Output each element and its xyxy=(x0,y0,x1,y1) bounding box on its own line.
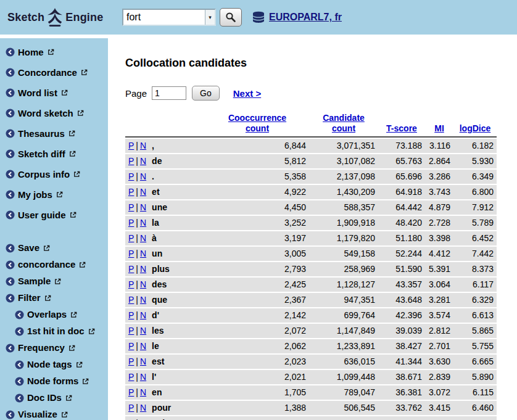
negative-filter-link[interactable]: N xyxy=(140,141,146,150)
sidebar-item-concordance[interactable]: concordance xyxy=(6,258,104,271)
chevron-down-icon[interactable]: ▾ xyxy=(205,10,215,25)
sidebar-item-visualize[interactable]: Visualize xyxy=(6,408,104,420)
sidebar-item-word-sketch[interactable]: Word sketch xyxy=(6,107,104,120)
positive-filter-link[interactable]: P xyxy=(128,279,134,289)
external-link-icon xyxy=(81,377,89,385)
corpus-link[interactable]: EUROPARL7, fr xyxy=(269,12,342,23)
page-title: Collocation candidates xyxy=(125,57,517,70)
mi-score: 3.574 xyxy=(425,308,453,323)
sketch-engine-logo[interactable]: Sketch Engine xyxy=(7,7,122,27)
sidebar-item-node-tags[interactable]: Node tags xyxy=(6,358,104,371)
sidebar-item-home[interactable]: Home xyxy=(6,46,104,59)
negative-filter-link[interactable]: N xyxy=(140,295,146,305)
collocate-column-header xyxy=(125,113,205,138)
positive-filter-link[interactable]: P xyxy=(128,264,134,274)
mi-score: 3.281 xyxy=(425,293,453,307)
positive-filter-link[interactable]: P xyxy=(128,249,134,258)
positive-filter-link[interactable]: P xyxy=(128,218,134,228)
positive-filter-link[interactable]: P xyxy=(128,387,134,397)
t-score: 43.357 xyxy=(378,278,425,292)
logo-text-sketch: Sketch xyxy=(7,11,44,24)
sidebar-item-filter[interactable]: Filter xyxy=(6,292,104,304)
pn-separator: | xyxy=(136,218,138,228)
sidebar-item-my-jobs[interactable]: My jobs xyxy=(6,188,104,201)
collocate-word: plus xyxy=(152,264,170,274)
sidebar-item-frequency[interactable]: Frequency xyxy=(6,342,104,354)
sidebar-item-save[interactable]: Save xyxy=(6,242,104,254)
negative-filter-link[interactable]: N xyxy=(140,326,146,336)
query-input[interactable] xyxy=(123,10,205,25)
t-score: 65.696 xyxy=(378,170,425,184)
sidebar-item-label: Concordance xyxy=(18,66,77,79)
negative-filter-link[interactable]: N xyxy=(140,387,146,397)
sidebar-item-thesaurus[interactable]: Thesaurus xyxy=(6,127,104,140)
table-row: P|Nla 3,252 1,909,918 48.420 2.728 5.789 xyxy=(125,216,497,230)
go-button[interactable]: Go xyxy=(192,86,220,101)
positive-filter-link[interactable]: P xyxy=(128,326,134,336)
positive-filter-link[interactable]: P xyxy=(128,310,134,320)
positive-filter-link[interactable]: P xyxy=(128,202,134,212)
negative-filter-link[interactable]: N xyxy=(140,418,146,420)
positive-filter-link[interactable]: P xyxy=(128,187,134,197)
negative-filter-link[interactable]: N xyxy=(140,233,146,243)
t-score: 38.671 xyxy=(378,370,425,384)
positive-filter-link[interactable]: P xyxy=(128,156,134,166)
positive-filter-link[interactable]: P xyxy=(128,295,134,305)
cooccurrence-count: 2,367 xyxy=(205,293,309,307)
sidebar-item-doc-ids[interactable]: Doc IDs xyxy=(6,392,104,404)
positive-filter-link[interactable]: P xyxy=(128,233,134,243)
positive-filter-link[interactable]: P xyxy=(128,418,134,420)
positive-filter-link[interactable]: P xyxy=(128,171,134,181)
table-row: P|N. 5,358 2,137,098 65.696 3.286 6.349 xyxy=(125,170,497,184)
negative-filter-link[interactable]: N xyxy=(140,249,146,258)
back-icon xyxy=(6,88,15,97)
page-input[interactable] xyxy=(152,86,186,100)
sort-candidate-link[interactable]: Candidate count xyxy=(316,113,371,134)
sidebar-item-word-list[interactable]: Word list xyxy=(6,86,104,99)
negative-filter-link[interactable]: N xyxy=(140,218,146,228)
negative-filter-link[interactable]: N xyxy=(140,279,146,289)
pn-separator: | xyxy=(136,279,138,289)
cooccurrence-count: 2,425 xyxy=(205,278,309,292)
sidebar-item-label: Thesaurus xyxy=(18,127,65,140)
sidebar-item-1st-hit-in-doc[interactable]: 1st hit in doc xyxy=(6,325,104,337)
negative-filter-link[interactable]: N xyxy=(140,403,146,413)
collocate-word: des xyxy=(152,279,167,289)
sort-mi-link[interactable]: MI xyxy=(434,123,444,134)
negative-filter-link[interactable]: N xyxy=(140,264,146,274)
negative-filter-link[interactable]: N xyxy=(140,156,146,166)
external-link-icon xyxy=(60,411,68,419)
t-score: 33.762 xyxy=(378,401,425,415)
next-page-link[interactable]: Next > xyxy=(233,88,261,99)
collocate-word: et xyxy=(152,187,159,197)
table-row: P|Ndes 2,425 1,128,127 43.357 3.064 6.11… xyxy=(125,278,497,292)
positive-filter-link[interactable]: P xyxy=(128,403,134,413)
sidebar-item-overlaps[interactable]: Overlaps xyxy=(6,308,104,321)
negative-filter-link[interactable]: N xyxy=(140,202,146,212)
sidebar-item-corpus-info[interactable]: Corpus info xyxy=(6,168,104,181)
pagination-bar: Page Go Next > xyxy=(125,86,517,101)
sidebar-item-sketch-diff[interactable]: Sketch diff xyxy=(6,147,104,160)
sidebar-item-concordance[interactable]: Concordance xyxy=(6,66,104,79)
search-button[interactable] xyxy=(220,8,242,27)
negative-filter-link[interactable]: N xyxy=(140,372,146,382)
sort-t-score-link[interactable]: T-score xyxy=(386,123,417,134)
negative-filter-link[interactable]: N xyxy=(140,356,146,366)
positive-filter-link[interactable]: P xyxy=(128,341,134,351)
external-link-icon xyxy=(47,48,55,56)
positive-filter-link[interactable]: P xyxy=(128,356,134,366)
negative-filter-link[interactable]: N xyxy=(140,341,146,351)
external-link-icon xyxy=(60,89,68,97)
negative-filter-link[interactable]: N xyxy=(140,171,146,181)
cooccurrence-count: 6,844 xyxy=(205,139,309,153)
sort-cooccurrence-link[interactable]: Cooccurrence count xyxy=(221,113,294,134)
sidebar-nav-main: Home Concordance Word list Word ske xyxy=(6,46,104,221)
negative-filter-link[interactable]: N xyxy=(140,187,146,197)
sort-logdice-link[interactable]: logDice xyxy=(460,123,491,134)
negative-filter-link[interactable]: N xyxy=(140,310,146,320)
positive-filter-link[interactable]: P xyxy=(128,372,134,382)
sidebar-item-node-forms[interactable]: Node forms xyxy=(6,375,104,387)
sidebar-item-sample[interactable]: Sample xyxy=(6,275,104,287)
sidebar-item-user-guide[interactable]: User guide xyxy=(6,208,104,221)
positive-filter-link[interactable]: P xyxy=(128,141,134,150)
